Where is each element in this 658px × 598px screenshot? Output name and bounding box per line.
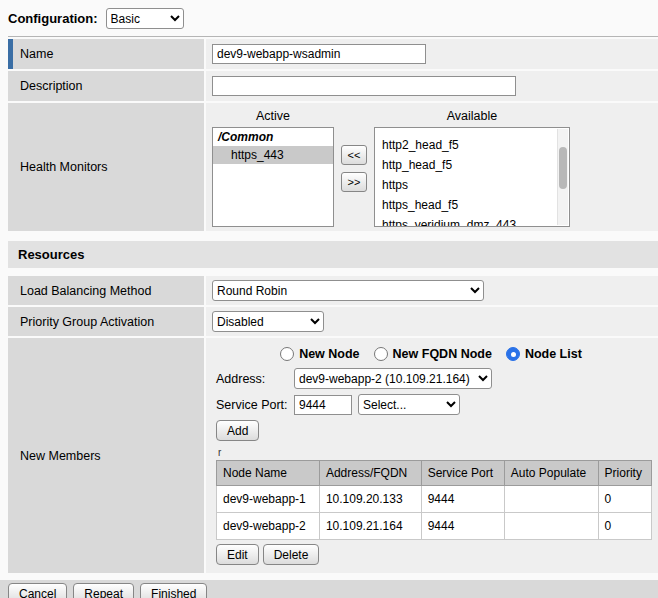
table-row[interactable]: dev9-webapp-2 10.109.21.164 9444 0 bbox=[217, 513, 652, 540]
col-priority: Priority bbox=[598, 461, 651, 486]
move-to-active-button[interactable]: << bbox=[341, 145, 367, 165]
edit-button[interactable]: Edit bbox=[216, 544, 259, 565]
scrollbar-thumb[interactable] bbox=[559, 147, 567, 189]
new-members-widget: New Node New FQDN Node Node List Address… bbox=[212, 342, 652, 569]
resources-section-header: Resources bbox=[8, 241, 658, 268]
active-column: Active /Common https_443 bbox=[212, 109, 334, 227]
description-input[interactable] bbox=[212, 76, 516, 96]
load-balancing-row-label: Load Balancing Method bbox=[8, 276, 204, 305]
active-monitor-item[interactable]: https_443 bbox=[213, 146, 333, 164]
changed-field-indicator bbox=[8, 39, 13, 69]
delete-button[interactable]: Delete bbox=[263, 544, 320, 565]
name-row-label: Name bbox=[8, 39, 204, 69]
available-monitor-item[interactable]: https_veridium_dmz_443 bbox=[375, 215, 569, 227]
available-column: Available http2_head_f5 http_head_f5 htt… bbox=[374, 109, 570, 227]
priority-group-select[interactable]: Disabled bbox=[212, 311, 324, 332]
description-label: Description bbox=[20, 79, 83, 93]
members-table-header-row: Node Name Address/FQDN Service Port Auto… bbox=[217, 461, 652, 486]
active-monitors-listbox[interactable]: /Common https_443 bbox=[212, 127, 334, 227]
resources-properties: Load Balancing Method Round Robin Priori… bbox=[8, 276, 658, 573]
cell-node-name: dev9-webapp-1 bbox=[217, 486, 320, 513]
member-actions: Edit Delete bbox=[216, 544, 652, 565]
service-port-input[interactable] bbox=[294, 395, 352, 415]
health-monitors-row-content: Active /Common https_443 << >> Available… bbox=[206, 103, 658, 231]
load-balancing-row-content: Round Robin bbox=[206, 276, 658, 305]
repeat-button[interactable]: Repeat bbox=[73, 583, 134, 598]
load-balancing-select[interactable]: Round Robin bbox=[212, 280, 484, 301]
cell-service-port: 9444 bbox=[421, 486, 504, 513]
radio-new-fqdn-node[interactable]: New FQDN Node bbox=[374, 347, 492, 361]
finished-button[interactable]: Finished bbox=[140, 583, 207, 598]
new-members-label: New Members bbox=[20, 449, 101, 463]
cancel-button[interactable]: Cancel bbox=[8, 583, 67, 598]
cell-auto-populate bbox=[504, 486, 598, 513]
health-monitors-row-label: Health Monitors bbox=[8, 103, 204, 231]
new-members-row-content: New Node New FQDN Node Node List Address… bbox=[206, 338, 658, 573]
radio-icon bbox=[374, 347, 388, 361]
col-service-port: Service Port bbox=[421, 461, 504, 486]
col-auto-populate: Auto Populate bbox=[504, 461, 598, 486]
footer-button-bar: Cancel Repeat Finished bbox=[0, 580, 658, 598]
cell-priority: 0 bbox=[598, 513, 651, 540]
name-input[interactable] bbox=[212, 44, 426, 64]
radio-new-node-label: New Node bbox=[299, 347, 359, 361]
radio-new-fqdn-node-label: New FQDN Node bbox=[393, 347, 492, 361]
radio-new-node[interactable]: New Node bbox=[280, 347, 359, 361]
health-monitors-widget: Active /Common https_443 << >> Available… bbox=[212, 107, 570, 227]
load-balancing-label: Load Balancing Method bbox=[20, 284, 151, 298]
priority-group-row-label: Priority Group Activation bbox=[8, 307, 204, 336]
service-port-row: Service Port: Select... bbox=[216, 394, 652, 415]
node-type-radio-group: New Node New FQDN Node Node List bbox=[216, 347, 646, 361]
add-row: Add bbox=[216, 420, 652, 441]
col-address-fqdn: Address/FQDN bbox=[319, 461, 421, 486]
health-monitors-label: Health Monitors bbox=[20, 160, 108, 174]
resources-title: Resources bbox=[18, 247, 84, 262]
priority-group-row-content: Disabled bbox=[206, 307, 658, 336]
service-port-label: Service Port: bbox=[216, 398, 288, 412]
table-row[interactable]: dev9-webapp-1 10.109.20.133 9444 0 bbox=[217, 486, 652, 513]
cell-address-fqdn: 10.109.21.164 bbox=[319, 513, 421, 540]
partition-group-label: /Common bbox=[213, 128, 333, 146]
configuration-select[interactable]: Basic bbox=[106, 8, 184, 29]
stray-text: r bbox=[218, 448, 652, 458]
general-properties: Name Description Health Monitors Active … bbox=[8, 36, 658, 231]
available-monitor-item[interactable]: http2_head_f5 bbox=[375, 135, 569, 155]
cell-node-name: dev9-webapp-2 bbox=[217, 513, 320, 540]
description-row-label: Description bbox=[8, 71, 204, 101]
scrollbar-track[interactable] bbox=[557, 129, 568, 225]
active-header: Active bbox=[256, 109, 290, 123]
radio-node-list[interactable]: Node List bbox=[506, 347, 582, 361]
address-row: Address: dev9-webapp-2 (10.109.21.164) bbox=[216, 368, 652, 389]
radio-icon bbox=[280, 347, 294, 361]
configuration-label: Configuration: bbox=[8, 11, 98, 26]
move-to-available-button[interactable]: >> bbox=[341, 172, 367, 192]
cell-service-port: 9444 bbox=[421, 513, 504, 540]
cell-address-fqdn: 10.109.20.133 bbox=[319, 486, 421, 513]
available-monitor-item[interactable]: http_head_f5 bbox=[375, 155, 569, 175]
available-header: Available bbox=[447, 109, 498, 123]
description-row-content bbox=[206, 71, 658, 101]
col-node-name: Node Name bbox=[217, 461, 320, 486]
address-label: Address: bbox=[216, 372, 288, 386]
available-monitor-item[interactable]: https_head_f5 bbox=[375, 195, 569, 215]
cell-auto-populate bbox=[504, 513, 598, 540]
new-members-row-label: New Members bbox=[8, 338, 204, 573]
cell-priority: 0 bbox=[598, 486, 651, 513]
priority-group-label: Priority Group Activation bbox=[20, 315, 154, 329]
configuration-bar: Configuration: Basic bbox=[0, 0, 658, 36]
move-buttons: << >> bbox=[341, 145, 367, 192]
service-port-select[interactable]: Select... bbox=[358, 394, 460, 415]
radio-icon bbox=[506, 347, 520, 361]
address-select[interactable]: dev9-webapp-2 (10.109.21.164) bbox=[294, 368, 492, 389]
name-row-content bbox=[206, 39, 658, 69]
add-button[interactable]: Add bbox=[216, 420, 259, 441]
available-monitors-listbox[interactable]: http2_head_f5 http_head_f5 https https_h… bbox=[374, 127, 570, 227]
name-label: Name bbox=[20, 47, 53, 61]
radio-node-list-label: Node List bbox=[525, 347, 582, 361]
available-monitor-item[interactable]: https bbox=[375, 175, 569, 195]
members-table: Node Name Address/FQDN Service Port Auto… bbox=[216, 460, 652, 540]
available-monitors-list: http2_head_f5 http_head_f5 https https_h… bbox=[375, 128, 569, 227]
